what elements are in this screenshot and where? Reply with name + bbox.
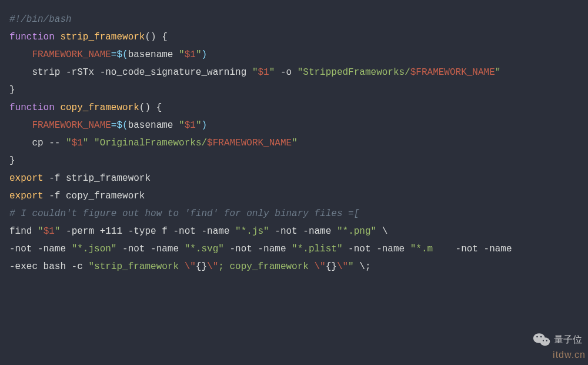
strip-cmd: strip -rSTx -no_code_signature_warning "…: [9, 64, 579, 81]
shebang-comment: #!/bin/bash: [9, 11, 579, 28]
function-decl-copy: function copy_framework() {: [9, 99, 579, 117]
function-decl-strip: function strip_framework() {: [9, 28, 579, 46]
svg-point-3: [536, 336, 538, 338]
assign-framework-name-1: FRAMEWORK_NAME=$(basename "$1"): [9, 46, 579, 64]
code-block: #!/bin/bash function strip_framework() {…: [9, 11, 579, 276]
find-line-3: -exec bash -c "strip_framework \"{}\"; c…: [9, 258, 579, 276]
assign-framework-name-2: FRAMEWORK_NAME=$(basename "$1"): [9, 117, 579, 134]
svg-point-5: [543, 340, 544, 341]
close-brace-2: }: [9, 152, 579, 170]
svg-point-4: [540, 336, 542, 338]
export-copy: export -f copy_framework: [9, 187, 579, 205]
cp-cmd: cp -- "$1" "OriginalFrameworks/$FRAMEWOR…: [9, 134, 579, 152]
export-strip: export -f strip_framework: [9, 170, 579, 187]
svg-point-6: [546, 340, 547, 341]
comment-find: # I couldn't figure out how to 'find' fo…: [9, 205, 579, 223]
close-brace-1: }: [9, 81, 579, 99]
find-line-1: find "$1" -perm +111 -type f -not -name …: [9, 223, 579, 240]
footer-link: itdw.cn: [553, 346, 586, 364]
find-line-2: -not -name "*.json" -not -name "*.svg" -…: [9, 240, 579, 258]
wechat-icon: [533, 332, 550, 347]
